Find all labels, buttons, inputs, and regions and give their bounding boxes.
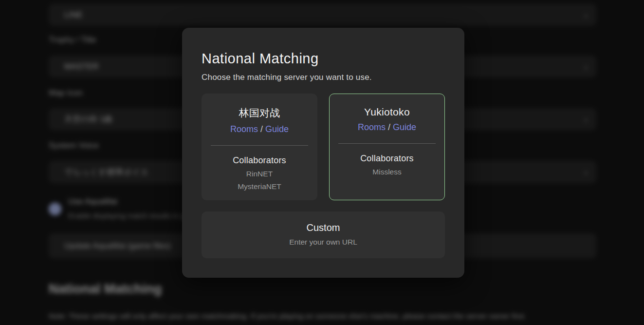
custom-card-subtitle: Enter your own URL: [202, 238, 445, 247]
collaborator-name: MysteriaNET: [202, 182, 317, 191]
use-aquamai-description: Enable displaying match results in game: [68, 211, 199, 220]
name-select-row[interactable]: LINE ›: [49, 4, 596, 26]
collaborators-heading: Collaborators: [202, 155, 317, 166]
modal-title: National Matching: [202, 51, 445, 67]
rooms-link[interactable]: Rooms: [358, 122, 386, 132]
link-separator: /: [258, 124, 265, 134]
national-matching-note: Note: These settings will only affect yo…: [49, 312, 584, 321]
chevron-right-icon: ›: [584, 10, 588, 20]
map-icon-value: 天空の街 1曲: [64, 114, 113, 125]
use-aquamai-checkbox[interactable]: [49, 203, 61, 215]
screen: LINE › Trophy / Title MASTER › Map Icon …: [0, 0, 644, 325]
trophy-title-value: MASTER: [64, 62, 99, 72]
chevron-right-icon: ›: [584, 167, 588, 177]
server-card-yukiotoko[interactable]: Yukiotoko Rooms / Guide Collaborators Mi…: [329, 94, 445, 200]
national-matching-section-heading: National Matching: [49, 282, 162, 297]
link-separator: /: [386, 122, 393, 132]
map-icon-label: Map Icon: [49, 88, 83, 98]
chevron-right-icon: ›: [584, 115, 588, 124]
use-aquamai-row: Use AquaMai Enable displaying match resu…: [49, 196, 199, 220]
card-divider: [211, 145, 308, 146]
use-aquamai-label: Use AquaMai: [68, 197, 199, 207]
collaborator-name: Missless: [330, 168, 444, 176]
system-voice-label: System Voice: [49, 141, 99, 151]
modal-subtitle: Choose the matching server you want to u…: [202, 73, 445, 82]
collaborators-heading: Collaborators: [330, 153, 444, 164]
server-links: Rooms / Guide: [330, 122, 444, 133]
name-select-value: LINE: [64, 10, 83, 20]
system-voice-value: でらっくす標準ボイス: [64, 167, 148, 178]
national-matching-modal: National Matching Choose the matching se…: [182, 28, 464, 278]
collaborator-name: RinNET: [202, 170, 317, 178]
trophy-title-label: Trophy / Title: [49, 35, 96, 45]
server-name: Yukiotoko: [330, 106, 444, 118]
custom-card-title: Custom: [202, 222, 445, 233]
server-links: Rooms / Guide: [202, 124, 317, 134]
guide-link[interactable]: Guide: [265, 124, 289, 134]
rooms-link[interactable]: Rooms: [230, 124, 258, 134]
chevron-right-icon: ›: [584, 62, 588, 72]
custom-server-card[interactable]: Custom Enter your own URL: [202, 211, 445, 258]
server-cards-row: 林国对战 Rooms / Guide Collaborators RinNET …: [202, 94, 445, 200]
server-name: 林国对战: [202, 106, 317, 120]
guide-link[interactable]: Guide: [393, 122, 416, 132]
card-divider: [338, 143, 436, 144]
server-card-linguo[interactable]: 林国对战 Rooms / Guide Collaborators RinNET …: [202, 94, 317, 200]
